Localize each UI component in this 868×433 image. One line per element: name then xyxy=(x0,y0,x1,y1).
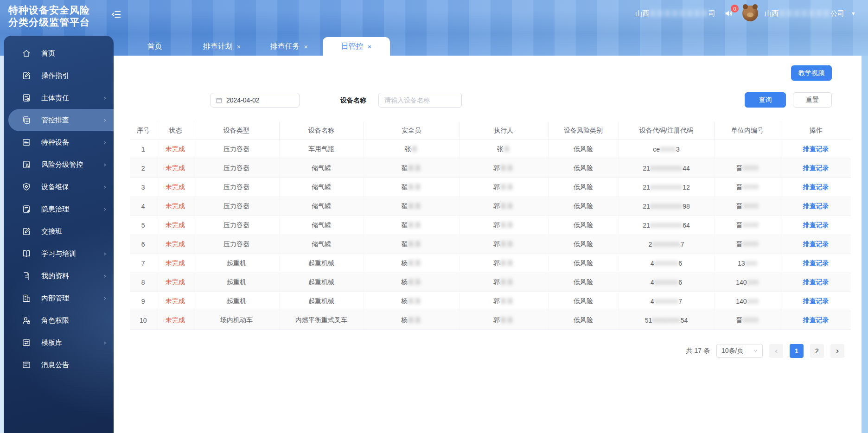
cell-device-name: 起重机械 xyxy=(279,254,364,273)
book-icon xyxy=(21,249,31,259)
chevron-right-icon: › xyxy=(103,294,106,302)
inspection-record-link[interactable]: 排查记录 xyxy=(803,278,829,286)
cell-device-name: 起重机械 xyxy=(279,273,364,292)
inspection-record-link[interactable]: 排查记录 xyxy=(803,183,829,191)
cell-device-code: 51000000054 xyxy=(619,311,714,330)
person-lock-icon xyxy=(21,316,31,325)
cell-safety-officer: 杨某某 xyxy=(364,273,459,292)
inspection-record-link[interactable]: 排查记录 xyxy=(803,221,829,229)
inspection-record-link[interactable]: 排查记录 xyxy=(803,316,829,324)
cell-action: 排查记录 xyxy=(781,292,851,311)
inspection-record-link[interactable]: 排查记录 xyxy=(803,259,829,267)
sidebar-item[interactable]: 操作指引 xyxy=(4,64,114,87)
sidebar-item-label: 主体责任 xyxy=(41,94,69,102)
tab-close-icon[interactable]: × xyxy=(304,43,308,50)
column-header: 单位内编号 xyxy=(714,122,781,140)
cell-device-type: 压力容器 xyxy=(194,178,279,197)
search-button[interactable]: 查询 xyxy=(745,92,786,108)
sidebar-item[interactable]: 模板库 › xyxy=(4,331,114,354)
sidebar-item[interactable]: 特种设备 › xyxy=(4,131,114,153)
sidebar-item-label: 交接班 xyxy=(41,227,62,236)
chevron-down-icon[interactable]: ▼ xyxy=(851,11,856,16)
cell-status: 未完成 xyxy=(157,216,194,235)
tutorial-video-button[interactable]: 教学视频 xyxy=(791,65,832,81)
cell-risk-level: 低风险 xyxy=(548,140,619,159)
tab-close-icon[interactable]: × xyxy=(237,43,241,50)
sidebar-item[interactable]: 交接班 xyxy=(4,220,114,242)
column-header: 状态 xyxy=(157,122,194,140)
notification-speaker-icon[interactable]: 0 xyxy=(722,6,736,20)
inspection-record-link[interactable]: 排查记录 xyxy=(803,145,829,153)
cell-risk-level: 低风险 xyxy=(548,216,619,235)
sidebar-item[interactable]: 角色权限 xyxy=(4,309,114,331)
user-avatar[interactable] xyxy=(742,6,758,21)
tab[interactable]: 排查计划 × xyxy=(188,37,255,56)
company-name-right[interactable]: 山西某某某某某某某公司 xyxy=(765,9,844,18)
sidebar-item[interactable]: 首页 xyxy=(4,42,114,64)
doc-person-icon xyxy=(21,160,31,170)
page-button-2[interactable]: 2 xyxy=(810,344,824,358)
sidebar-item[interactable]: 设备维保 › xyxy=(4,176,114,198)
sidebar-item[interactable]: 消息公告 xyxy=(4,354,114,376)
chevron-right-icon: › xyxy=(103,183,106,191)
scrollbar[interactable] xyxy=(862,56,868,433)
cell-executor: 郭某某 xyxy=(459,216,548,235)
column-header: 操作 xyxy=(781,122,851,140)
page-button-1[interactable]: 1 xyxy=(790,344,804,358)
sidebar-item[interactable]: 内部管理 › xyxy=(4,287,114,309)
sidebar-item-label: 特种设备 xyxy=(41,138,69,147)
sidebar-item[interactable]: 隐患治理 › xyxy=(4,198,114,220)
chevron-right-icon: › xyxy=(103,139,106,146)
prev-page-button[interactable]: ‹ xyxy=(769,344,783,358)
cell-device-name: 车用气瓶 xyxy=(279,140,364,159)
inspection-record-link[interactable]: 排查记录 xyxy=(803,297,829,305)
sidebar-item-label: 模板库 xyxy=(41,338,62,347)
reset-button[interactable]: 重置 xyxy=(793,92,832,108)
cell-risk-level: 低风险 xyxy=(548,197,619,216)
sidebar-item-label: 管控排查 xyxy=(41,116,69,125)
cell-device-name: 内燃平衡重式叉车 xyxy=(279,311,364,330)
table-header-row: 序号状态设备类型设备名称安全员执行人设备风险类别设备代码/注册代码单位内编号操作 xyxy=(130,122,851,140)
cell-executor: 郭某某 xyxy=(459,197,548,216)
cell-device-type: 压力容器 xyxy=(194,197,279,216)
avatar-face xyxy=(747,13,753,17)
tab[interactable]: 排查任务 × xyxy=(255,37,323,56)
sidebar-item-label: 我的资料 xyxy=(41,272,69,280)
header-right: 山西某某某某某某某某司 0 山西某某某某某某某公司 ▼ xyxy=(635,0,856,27)
cell-action: 排查记录 xyxy=(781,178,851,197)
sidebar-item[interactable]: 学习与培训 › xyxy=(4,242,114,265)
sidebar-item[interactable]: 主体责任 › xyxy=(4,87,114,109)
inspection-record-link[interactable]: 排查记录 xyxy=(803,202,829,210)
select-chevron-icon: ∨ xyxy=(753,348,758,353)
sidebar-item-label: 设备维保 xyxy=(41,183,69,191)
cell-unit-number: 晋0000 xyxy=(714,178,781,197)
copy-icon xyxy=(21,115,31,125)
chevron-right-icon: › xyxy=(103,94,106,102)
device-name-input[interactable] xyxy=(378,93,462,108)
cell-status: 未完成 xyxy=(157,254,194,273)
sidebar-item[interactable]: 风险分级管控 › xyxy=(4,153,114,176)
inspection-record-link[interactable]: 排查记录 xyxy=(803,240,829,248)
tab[interactable]: 日管控 × xyxy=(323,37,390,56)
cell-action: 排查记录 xyxy=(781,273,851,292)
cell-safety-officer: 杨某某 xyxy=(364,254,459,273)
inspection-record-link[interactable]: 排查记录 xyxy=(803,164,829,172)
template-icon xyxy=(21,338,31,348)
date-picker[interactable]: 2024-04-02 xyxy=(211,93,300,108)
sidebar-item[interactable]: 管控排查 › xyxy=(8,109,114,131)
tab-label: 日管控 xyxy=(341,42,364,51)
cell-unit-number: 晋0000 xyxy=(714,197,781,216)
cell-unit-number: 晋0000 xyxy=(714,159,781,178)
tab-bar: 首页 排查计划 × 排查任务 × 日管控 × xyxy=(121,37,390,56)
page: 特种设备安全风险 分类分级监管平台 山西某某某某某某某某司 0 山西某某某某某某… xyxy=(0,0,868,433)
cell-risk-level: 低风险 xyxy=(548,292,619,311)
tab[interactable]: 首页 xyxy=(121,37,188,56)
page-size-select[interactable]: 10条/页 ∨ xyxy=(716,344,763,358)
pagination: 共 17 条 10条/页 ∨ ‹ 1 2 › xyxy=(686,344,844,358)
next-page-button[interactable]: › xyxy=(830,344,844,358)
sidebar-item[interactable]: 我的资料 › xyxy=(4,265,114,287)
sidebar-item-label: 学习与培训 xyxy=(41,249,76,258)
sidebar-collapse-icon[interactable] xyxy=(111,9,122,20)
tab-close-icon[interactable]: × xyxy=(368,43,372,50)
cell-executor: 郭某某 xyxy=(459,178,548,197)
